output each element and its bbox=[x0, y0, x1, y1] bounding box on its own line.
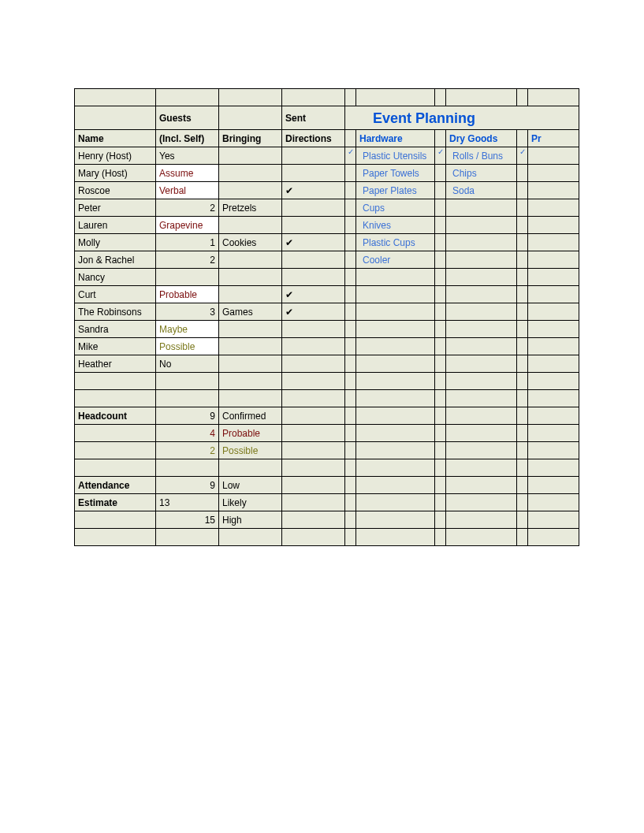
bringing-cell[interactable] bbox=[219, 165, 282, 182]
prep-item[interactable] bbox=[528, 234, 579, 251]
prep-check[interactable] bbox=[517, 234, 528, 251]
bringing-cell[interactable] bbox=[219, 269, 282, 286]
drygoods-check[interactable] bbox=[435, 355, 446, 373]
drygoods-check[interactable] bbox=[435, 199, 446, 217]
guest-name[interactable]: Molly bbox=[75, 234, 156, 251]
guest-name[interactable]: Nancy bbox=[75, 269, 156, 286]
directions-cell[interactable]: ✔ bbox=[282, 234, 345, 251]
drygoods-check[interactable] bbox=[435, 338, 446, 355]
bringing-cell[interactable] bbox=[219, 182, 282, 199]
drygoods-item[interactable] bbox=[446, 355, 517, 373]
hardware-item[interactable]: Knives bbox=[356, 217, 435, 234]
prep-item[interactable] bbox=[528, 251, 579, 269]
guest-name[interactable]: Curt bbox=[75, 286, 156, 303]
guest-name[interactable]: Mike bbox=[75, 338, 156, 355]
prep-check[interactable] bbox=[517, 338, 528, 355]
guest-count[interactable]: Verbal bbox=[156, 182, 219, 199]
guest-name[interactable]: Sandra bbox=[75, 321, 156, 338]
bringing-cell[interactable] bbox=[219, 338, 282, 355]
directions-cell[interactable] bbox=[282, 321, 345, 338]
drygoods-check[interactable] bbox=[435, 165, 446, 182]
hardware-item[interactable] bbox=[356, 321, 435, 338]
hardware-item[interactable] bbox=[356, 286, 435, 303]
directions-cell[interactable]: ✔ bbox=[282, 286, 345, 303]
bringing-cell[interactable] bbox=[219, 286, 282, 303]
hardware-check[interactable] bbox=[345, 199, 356, 217]
hardware-item[interactable]: Plastic Cups bbox=[356, 234, 435, 251]
bringing-cell[interactable]: Pretzels bbox=[219, 199, 282, 217]
hardware-item[interactable] bbox=[356, 338, 435, 355]
bringing-cell[interactable] bbox=[219, 355, 282, 373]
guest-count[interactable]: Maybe bbox=[156, 321, 219, 338]
directions-cell[interactable] bbox=[282, 355, 345, 373]
drygoods-item[interactable] bbox=[446, 303, 517, 321]
guest-count[interactable]: 1 bbox=[156, 234, 219, 251]
drygoods-item[interactable] bbox=[446, 321, 517, 338]
directions-cell[interactable] bbox=[282, 217, 345, 234]
prep-item[interactable] bbox=[528, 286, 579, 303]
prep-item[interactable] bbox=[528, 338, 579, 355]
hardware-item[interactable] bbox=[356, 303, 435, 321]
drygoods-check[interactable] bbox=[435, 251, 446, 269]
guest-name[interactable]: Jon & Rachel bbox=[75, 251, 156, 269]
hardware-item[interactable]: Cooler bbox=[356, 251, 435, 269]
hardware-check[interactable] bbox=[345, 321, 356, 338]
hardware-check[interactable] bbox=[345, 217, 356, 234]
guest-count[interactable]: Yes bbox=[156, 147, 219, 165]
guest-count[interactable]: No bbox=[156, 355, 219, 373]
prep-check[interactable] bbox=[517, 182, 528, 199]
directions-cell[interactable] bbox=[282, 269, 345, 286]
drygoods-check[interactable]: ✓ bbox=[435, 147, 446, 165]
drygoods-item[interactable]: Chips bbox=[446, 165, 517, 182]
bringing-cell[interactable] bbox=[219, 321, 282, 338]
drygoods-item[interactable] bbox=[446, 269, 517, 286]
prep-check[interactable] bbox=[517, 286, 528, 303]
guest-name[interactable]: Henry (Host) bbox=[75, 147, 156, 165]
directions-cell[interactable] bbox=[282, 251, 345, 269]
drygoods-item[interactable] bbox=[446, 217, 517, 234]
prep-check[interactable] bbox=[517, 303, 528, 321]
hardware-item[interactable]: Plastic Utensils bbox=[356, 147, 435, 165]
hardware-check[interactable] bbox=[345, 234, 356, 251]
guest-name[interactable]: Roscoe bbox=[75, 182, 156, 199]
directions-cell[interactable] bbox=[282, 338, 345, 355]
hardware-check[interactable] bbox=[345, 269, 356, 286]
drygoods-item[interactable]: Rolls / Buns bbox=[446, 147, 517, 165]
bringing-cell[interactable] bbox=[219, 147, 282, 165]
prep-check[interactable] bbox=[517, 251, 528, 269]
drygoods-check[interactable] bbox=[435, 269, 446, 286]
bringing-cell[interactable]: Cookies bbox=[219, 234, 282, 251]
guest-count[interactable] bbox=[156, 269, 219, 286]
drygoods-item[interactable] bbox=[446, 251, 517, 269]
drygoods-item[interactable] bbox=[446, 234, 517, 251]
prep-item[interactable] bbox=[528, 303, 579, 321]
guest-name[interactable]: The Robinsons bbox=[75, 303, 156, 321]
prep-item[interactable] bbox=[528, 269, 579, 286]
bringing-cell[interactable] bbox=[219, 251, 282, 269]
hardware-check[interactable] bbox=[345, 355, 356, 373]
hardware-check[interactable] bbox=[345, 165, 356, 182]
prep-item[interactable] bbox=[528, 217, 579, 234]
prep-check[interactable] bbox=[517, 199, 528, 217]
directions-cell[interactable] bbox=[282, 147, 345, 165]
guest-count[interactable]: 2 bbox=[156, 199, 219, 217]
prep-check[interactable]: ✓ bbox=[517, 147, 528, 165]
drygoods-check[interactable] bbox=[435, 182, 446, 199]
hardware-item[interactable] bbox=[356, 269, 435, 286]
drygoods-check[interactable] bbox=[435, 303, 446, 321]
hardware-item[interactable]: Paper Towels bbox=[356, 165, 435, 182]
hardware-check[interactable] bbox=[345, 338, 356, 355]
drygoods-item[interactable]: Soda bbox=[446, 182, 517, 199]
guest-count[interactable]: Grapevine bbox=[156, 217, 219, 234]
prep-check[interactable] bbox=[517, 217, 528, 234]
drygoods-check[interactable] bbox=[435, 217, 446, 234]
directions-cell[interactable]: ✔ bbox=[282, 303, 345, 321]
prep-item[interactable] bbox=[528, 321, 579, 338]
drygoods-check[interactable] bbox=[435, 286, 446, 303]
prep-item[interactable] bbox=[528, 147, 579, 165]
guest-name[interactable]: Peter bbox=[75, 199, 156, 217]
drygoods-item[interactable] bbox=[446, 338, 517, 355]
guest-count[interactable]: Possible bbox=[156, 338, 219, 355]
drygoods-check[interactable] bbox=[435, 321, 446, 338]
directions-cell[interactable]: ✔ bbox=[282, 182, 345, 199]
